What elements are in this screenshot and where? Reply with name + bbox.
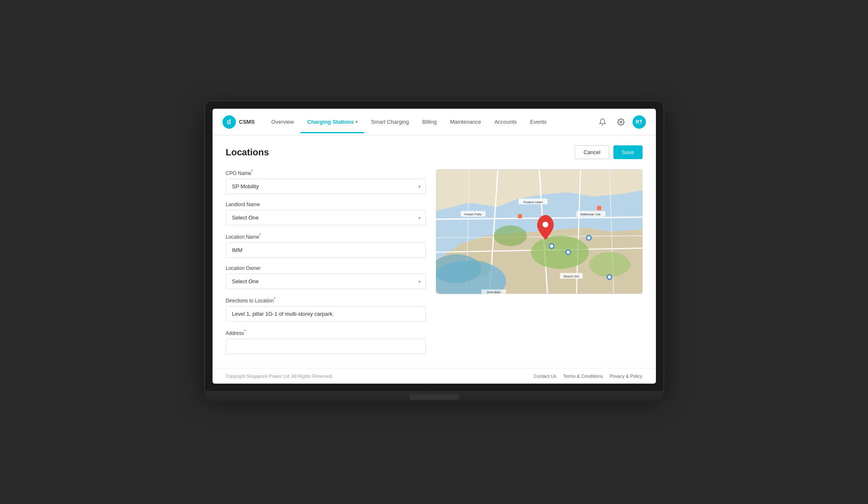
nav-item-billing[interactable]: Billing <box>415 110 443 133</box>
user-avatar[interactable]: RT <box>633 115 646 129</box>
nav-actions: RT <box>596 115 646 129</box>
address-input[interactable] <box>226 339 426 354</box>
nav-item-events[interactable]: Events <box>523 110 553 133</box>
nav-item-overview[interactable]: Overview <box>265 110 300 133</box>
directions-input[interactable] <box>226 306 426 322</box>
form-section: CPO Name* SP Mobility ▾ Landlord Name <box>226 169 426 362</box>
location-name-label: Location Name* <box>226 233 426 240</box>
svg-text:Beach Stn: Beach Stn <box>564 274 579 278</box>
svg-rect-37 <box>518 214 522 218</box>
navbar: d CSMS Overview Charging Stations ▾ Smar… <box>213 109 656 135</box>
location-owner-label: Location Owner <box>226 265 426 271</box>
settings-gear-icon[interactable] <box>614 115 628 129</box>
header-actions: Cancel Save <box>575 145 642 159</box>
app-logo: d <box>223 115 236 129</box>
form-map-row: CPO Name* SP Mobility ▾ Landlord Name <box>226 169 643 362</box>
privacy-policy-link[interactable]: Privacy & Policy <box>610 374 643 379</box>
nav-item-charging-stations[interactable]: Charging Stations ▾ <box>300 110 364 133</box>
landlord-name-label: Landlord Name <box>226 202 426 207</box>
cpo-name-group: CPO Name* SP Mobility ▾ <box>226 169 426 194</box>
trackpad <box>409 394 459 400</box>
svg-text:Battlestar Gal.: Battlestar Gal. <box>580 212 601 216</box>
landlord-name-group: Landlord Name Select One ▾ <box>226 202 426 225</box>
svg-point-13 <box>493 225 526 246</box>
terms-conditions-link[interactable]: Terms & Conditions <box>563 374 603 379</box>
main-content: Locations Cancel Save CPO Name* <box>213 135 656 368</box>
page-header: Locations Cancel Save <box>226 145 643 159</box>
page-title: Locations <box>226 147 269 158</box>
svg-text:Imban Falls: Imban Falls <box>464 212 481 216</box>
svg-point-19 <box>550 245 553 248</box>
nav-item-accounts[interactable]: Accounts <box>488 110 523 133</box>
save-button[interactable]: Save <box>613 145 643 159</box>
notification-bell-icon[interactable] <box>596 115 609 129</box>
svg-rect-38 <box>597 206 601 210</box>
contact-us-link[interactable]: Contact Us <box>534 374 556 379</box>
svg-text:Festive Hotel: Festive Hotel <box>523 200 543 204</box>
app-name: CSMS <box>239 119 255 125</box>
footer-copyright: Copyright Singapore Power Ltd. All Right… <box>226 374 333 379</box>
location-name-input[interactable] <box>226 242 426 258</box>
location-owner-select-wrapper: Select One ▾ <box>226 274 426 289</box>
chevron-down-icon: ▾ <box>355 120 358 124</box>
cpo-name-select[interactable]: SP Mobility <box>226 179 426 194</box>
address-label: Address* <box>226 329 426 336</box>
svg-point-12 <box>531 236 589 269</box>
nav-item-maintenance[interactable]: Maintenance <box>443 110 488 133</box>
map-svg: Festive Hotel Beach Stn Shoe Bites Battl… <box>436 169 643 294</box>
logo-area[interactable]: d CSMS <box>223 115 255 129</box>
address-group: Address* <box>226 329 426 354</box>
map-section: Festive Hotel Beach Stn Shoe Bites Battl… <box>436 169 643 362</box>
landlord-name-select-wrapper: Select One ▾ <box>226 210 426 225</box>
nav-items: Overview Charging Stations ▾ Smart Charg… <box>265 110 595 133</box>
cpo-name-label: CPO Name* <box>226 169 426 176</box>
svg-point-25 <box>608 275 611 279</box>
location-owner-select[interactable]: Select One <box>226 274 426 289</box>
svg-point-21 <box>566 251 570 254</box>
svg-text:Shoe Bites: Shoe Bites <box>487 291 501 294</box>
svg-point-36 <box>542 222 548 227</box>
cpo-name-select-wrapper: SP Mobility ▾ <box>226 179 426 194</box>
footer: Copyright Singapore Power Ltd. All Right… <box>213 368 656 384</box>
cancel-button[interactable]: Cancel <box>575 145 609 159</box>
svg-point-23 <box>587 236 590 240</box>
directions-group: Directions to Location* <box>226 297 426 322</box>
location-owner-group: Location Owner Select One ▾ <box>226 265 426 289</box>
map-container[interactable]: Festive Hotel Beach Stn Shoe Bites Battl… <box>436 169 643 294</box>
location-name-group: Location Name* <box>226 233 426 258</box>
directions-label: Directions to Location* <box>226 297 426 304</box>
svg-point-0 <box>620 121 622 123</box>
svg-point-14 <box>589 252 630 277</box>
landlord-name-select[interactable]: Select One <box>226 210 426 225</box>
nav-item-smart-charging[interactable]: Smart Charging <box>364 110 415 133</box>
footer-links: Contact Us Terms & Conditions Privacy & … <box>534 374 643 379</box>
